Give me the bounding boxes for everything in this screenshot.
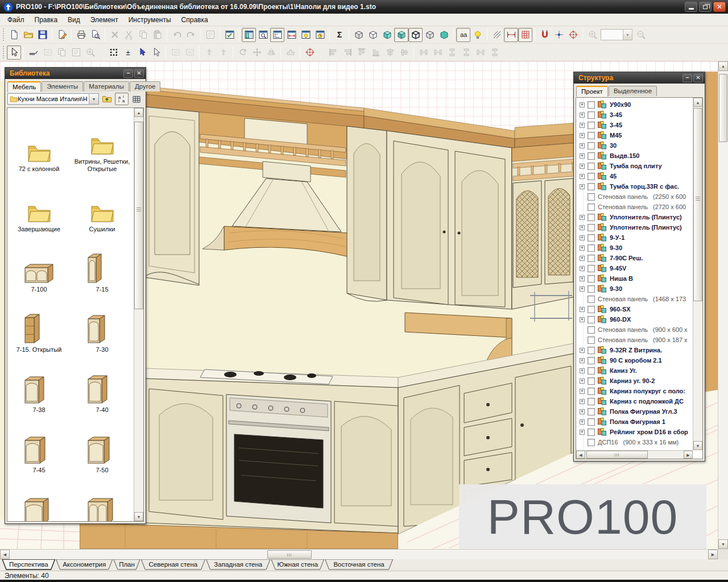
- library-panel-button[interactable]: [242, 28, 256, 42]
- structure-tab-проект[interactable]: Проект: [576, 86, 608, 97]
- expand-icon[interactable]: +: [580, 266, 585, 271]
- tree-row-ДСП16[interactable]: ДСП16(900 х 333 х 16 мм): [576, 437, 693, 447]
- tree-row-45[interactable]: +45: [576, 171, 693, 181]
- library-scrollbar[interactable]: ▲ ▼: [134, 108, 143, 521]
- chevron-down-icon[interactable]: ▼: [623, 30, 632, 40]
- tree-row-У90х90[interactable]: +У90х90: [576, 99, 693, 110]
- visibility-checkbox[interactable]: [588, 439, 595, 446]
- tree-row-9-30[interactable]: +9-30: [576, 284, 693, 294]
- view-tab-label[interactable]: Южная стена: [278, 561, 318, 568]
- visibility-checkbox[interactable]: [588, 326, 595, 334]
- tree-row-Выдв-150[interactable]: +Выдв.150: [576, 151, 693, 161]
- tree-row-М45[interactable]: +М45: [576, 130, 693, 140]
- expand-icon[interactable]: +: [580, 235, 585, 240]
- library-item-7-38[interactable]: 7-38: [7, 354, 71, 414]
- visibility-checkbox[interactable]: [588, 408, 595, 415]
- tree-row-Стеновая-панель[interactable]: Стеновая панель(900 х 600 х: [576, 325, 693, 335]
- show-grid-button[interactable]: [518, 28, 532, 42]
- tree-row-9-45V[interactable]: +9-45V: [576, 263, 693, 273]
- show-dimensions-button[interactable]: [504, 28, 518, 42]
- structure-tab-выделенное[interactable]: Выделенное: [609, 86, 657, 96]
- surface-pattern-button[interactable]: [490, 28, 504, 42]
- scroll-right-button[interactable]: ▶: [708, 550, 718, 559]
- expand-icon[interactable]: +: [580, 153, 585, 159]
- tree-row-Каниз-Уг-[interactable]: +Каниз Уг.: [576, 365, 693, 376]
- folder-up-button[interactable]: [100, 93, 114, 105]
- dimensions-window-button[interactable]: [284, 28, 299, 42]
- element-properties-button[interactable]: [222, 28, 237, 42]
- minimize-button[interactable]: [685, 2, 697, 12]
- view-sketch-button[interactable]: [366, 28, 380, 42]
- expand-icon[interactable]: +: [580, 276, 585, 281]
- structure-close-button[interactable]: ✕: [693, 74, 703, 82]
- library-item-7-30[interactable]: 7-30: [71, 293, 134, 354]
- view-tab-label[interactable]: Перспектива: [9, 561, 48, 568]
- visibility-checkbox[interactable]: [588, 214, 595, 221]
- snap-origin-button[interactable]: [566, 28, 580, 42]
- tree-row-Тумба-торц-33R-с-фас-[interactable]: +Тумба торц.33R с фас.: [576, 181, 693, 192]
- library-close-button[interactable]: ✕: [134, 69, 144, 78]
- visibility-checkbox[interactable]: [588, 255, 595, 262]
- view-textures-button[interactable]: [394, 28, 408, 42]
- price-report-button[interactable]: Σ: [332, 28, 346, 42]
- visibility-checkbox[interactable]: [588, 418, 595, 426]
- tree-row-960-SX[interactable]: +960-SX: [576, 304, 693, 314]
- expand-icon[interactable]: +: [580, 184, 585, 189]
- tree-row-Уплотнитель-Плинтус-[interactable]: +Уплотнитель (Плинтус): [576, 222, 693, 232]
- visibility-checkbox[interactable]: [588, 347, 595, 354]
- library-item-7-45[interactable]: 7-45: [7, 414, 71, 474]
- expand-icon[interactable]: +: [580, 286, 585, 292]
- move-element-button[interactable]: [135, 45, 149, 60]
- visibility-checkbox[interactable]: [588, 388, 595, 395]
- tree-row-Ниша-В[interactable]: +Ниша В: [576, 273, 693, 284]
- library-panel-titlebar[interactable]: Библиотека – ✕: [5, 68, 146, 79]
- structure-vertical-scrollbar[interactable]: ▲ ▼: [693, 98, 702, 450]
- select-elements-button[interactable]: [106, 45, 121, 60]
- expand-icon[interactable]: +: [580, 430, 585, 435]
- library-item-Сушилки[interactable]: Сушилки: [71, 173, 134, 233]
- structure-horizontal-scrollbar[interactable]: ◀ ▶: [576, 450, 693, 459]
- view-tab-label[interactable]: Восточная стена: [333, 561, 384, 568]
- draw-element-button[interactable]: [149, 45, 163, 60]
- expand-icon[interactable]: +: [580, 113, 585, 118]
- scene-light-button[interactable]: [470, 28, 485, 42]
- library-tab-элементы[interactable]: Элементы: [42, 81, 83, 92]
- scroll-left-button[interactable]: ◀: [0, 550, 10, 559]
- view-tab-label[interactable]: Северная стена: [149, 561, 198, 568]
- expand-icon[interactable]: +: [580, 368, 585, 373]
- library-item-7-15-Открытый[interactable]: 7-15. Открытый: [7, 293, 71, 354]
- visibility-checkbox[interactable]: [588, 224, 595, 231]
- structure-panel-button[interactable]: [270, 28, 284, 42]
- visibility-checkbox[interactable]: [588, 152, 595, 160]
- structure-scroll-down[interactable]: ▼: [693, 441, 702, 450]
- tree-row-9-30[interactable]: +9-30: [576, 243, 693, 253]
- expand-icon[interactable]: +: [580, 225, 585, 230]
- horizontal-scroll-thumb[interactable]: [267, 550, 312, 559]
- menu-справка[interactable]: Справка: [176, 14, 213, 26]
- structure-scroll-left[interactable]: ◀: [576, 451, 585, 459]
- tree-row-Рейлинг-хром-D16-в-сбор[interactable]: +Рейлинг хром D16 в сбор: [576, 427, 693, 437]
- library-item-7-15[interactable]: 7-15: [71, 233, 134, 293]
- viewport-vertical-scrollbar[interactable]: ▲ ▼: [718, 61, 728, 549]
- expand-icon[interactable]: +: [580, 389, 585, 394]
- library-tab-материалы[interactable]: Материалы: [84, 81, 129, 92]
- visibility-checkbox[interactable]: [588, 173, 595, 180]
- menu-правка[interactable]: Правка: [30, 14, 63, 26]
- structure-minimize-button[interactable]: –: [682, 74, 692, 82]
- tree-row-Стеновая-панель[interactable]: Стеновая панель(900 х 187 х: [576, 335, 693, 345]
- menu-элемент[interactable]: Элемент: [85, 14, 123, 26]
- library-item-7-50[interactable]: 7-50: [71, 414, 134, 474]
- library-tab-мебель[interactable]: Мебель: [7, 81, 41, 92]
- expand-icon[interactable]: +: [580, 379, 585, 384]
- chevron-down-icon[interactable]: ▼: [89, 94, 98, 104]
- tree-row-Стеновая-панель[interactable]: Стеновая панель(2720 х 600: [576, 202, 693, 212]
- tree-row-9-32R-Z-Витрина-[interactable]: +9-32R Z Витрина.: [576, 345, 693, 355]
- menu-инструменты[interactable]: Инструменты: [123, 14, 176, 26]
- tree-row-Уплотнитель-Плинтус-[interactable]: +Уплотнитель (Плинтус): [576, 212, 693, 222]
- tree-row-960-DX[interactable]: +960-DX: [576, 314, 693, 325]
- expand-icon[interactable]: +: [580, 348, 585, 353]
- tree-row-Стеновая-панель[interactable]: Стеновая панель(1468 х 173: [576, 294, 693, 304]
- visibility-checkbox[interactable]: [588, 377, 595, 385]
- sort-items-button[interactable]: aa: [115, 93, 129, 105]
- structure-scroll-thumb[interactable]: [693, 108, 702, 301]
